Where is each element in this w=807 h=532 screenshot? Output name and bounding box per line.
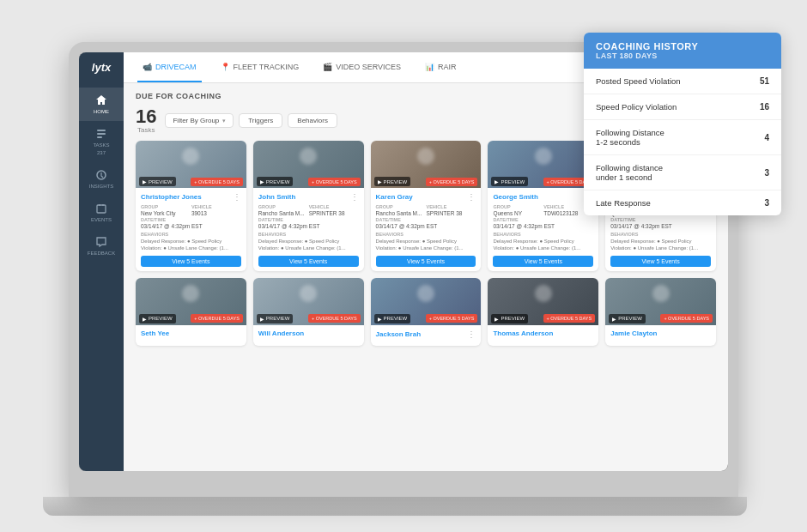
- preview-btn-8[interactable]: ▶ PREVIEW: [491, 314, 528, 323]
- scene: lytx HOME: [0, 0, 807, 532]
- card-body-3: George Smith ⋮ GROUP VEHICLE Queens NY T…: [488, 188, 598, 271]
- card-overlay-5: ▶ PREVIEW + OVERDUE 5 DAYS: [136, 312, 246, 325]
- sidebar-home-label: HOME: [94, 109, 109, 114]
- driver-name-1[interactable]: John Smith: [258, 193, 296, 201]
- card-menu-1[interactable]: ⋮: [350, 192, 359, 202]
- coaching-title: COACHING HISTORY: [596, 41, 769, 51]
- card-name-row-0: Christopher Jones ⋮: [141, 192, 241, 202]
- card-menu-2[interactable]: ⋮: [467, 192, 476, 202]
- behaviors-label: Behaviors: [297, 117, 328, 124]
- preview-btn-5[interactable]: ▶ PREVIEW: [139, 314, 176, 323]
- coaching-item-label-4: Late Response: [596, 198, 755, 208]
- card-name-row-8: Thomas Anderson: [493, 329, 593, 337]
- task-number: 16: [136, 107, 156, 126]
- laptop-base: [43, 497, 747, 516]
- card-name-row-6: Will Anderson: [258, 329, 359, 337]
- card-meta-1: GROUP VEHICLE Rancho Santa M... SPRINTER…: [258, 204, 359, 229]
- sidebar-feedback-label: FEEDBACK: [88, 251, 115, 256]
- tab-drivecam[interactable]: 📹 DRIVECAM: [137, 52, 202, 82]
- card-name-row-5: Seth Yee: [141, 329, 241, 337]
- fleet-icon: 📍: [221, 63, 230, 71]
- coaching-item-value-3: 3: [764, 168, 769, 178]
- card-overlay-0: ▶ PREVIEW + OVERDUE 5 DAYS: [136, 175, 246, 188]
- coaching-item-label-2: Following Distance 1-2 seconds: [596, 128, 755, 147]
- card-body-6: Will Anderson: [253, 325, 364, 344]
- driver-name-0[interactable]: Christopher Jones: [141, 193, 202, 201]
- tab-video-label: VIDEO SERVICES: [336, 63, 401, 71]
- coaching-item-label-1: Speed Policy Violation: [596, 102, 751, 112]
- feedback-icon: [95, 236, 107, 248]
- driver-name-9[interactable]: Jamie Clayton: [610, 329, 657, 337]
- card-body-2: Karen Gray ⋮ GROUP VEHICLE Rancho Santa …: [371, 188, 482, 271]
- face-blur-7: [417, 285, 434, 302]
- driver-name-7[interactable]: Jackson Brah: [376, 330, 421, 338]
- overdue-badge-1: + OVERDUE 5 DAYS: [308, 178, 361, 186]
- insights-icon: [95, 169, 107, 181]
- sidebar-events-label: EVENTS: [91, 217, 112, 222]
- sidebar-item-feedback[interactable]: FEEDBACK: [79, 229, 124, 263]
- driver-name-8[interactable]: Thomas Anderson: [493, 329, 553, 337]
- view-events-btn-0[interactable]: View 5 Events: [141, 256, 241, 267]
- behavior-label-0: BEHAVIORS: [141, 232, 241, 237]
- sidebar-item-tasks[interactable]: TASKS 237: [79, 121, 124, 162]
- svg-rect-0: [97, 130, 106, 131]
- tab-video-services[interactable]: 🎬 VIDEO SERVICES: [318, 52, 406, 82]
- driver-name-6[interactable]: Will Anderson: [258, 329, 304, 337]
- card-behaviors-0: Delayed Response: ● Speed Policy Violati…: [141, 238, 241, 252]
- task-label: Tasks: [137, 126, 155, 134]
- svg-rect-4: [97, 205, 106, 213]
- triggers-filter[interactable]: Triggers: [239, 113, 282, 128]
- preview-btn-0[interactable]: ▶ PREVIEW: [139, 177, 176, 186]
- card-name-row-9: Jamie Clayton: [610, 329, 711, 337]
- card-body-5: Seth Yee: [136, 325, 246, 344]
- coaching-header: COACHING HISTORY LAST 180 DAYS: [584, 33, 781, 69]
- coaching-row-3: Following distance under 1 second 3: [584, 155, 781, 190]
- driver-name-2[interactable]: Karen Gray: [376, 193, 413, 201]
- tab-fleet-tracking[interactable]: 📍 FLEET TRACKING: [215, 52, 305, 82]
- tab-fleet-label: FLEET TRACKING: [234, 63, 300, 71]
- face-blur-2: [417, 148, 434, 165]
- card-image-3: ▶ PREVIEW + OVERDUE 5 DAYS: [488, 141, 598, 188]
- driver-card-8: ▶ PREVIEW + OVERDUE 5 DAYS Thomas Anders…: [488, 278, 598, 346]
- card-overlay-6: ▶ PREVIEW + OVERDUE 5 DAYS: [253, 312, 364, 325]
- card-name-row-7: Jackson Brah ⋮: [376, 329, 476, 339]
- behaviors-filter[interactable]: Behaviors: [288, 113, 337, 128]
- driver-name-3[interactable]: George Smith: [493, 193, 537, 201]
- card-menu-0[interactable]: ⋮: [233, 192, 241, 202]
- coaching-row-1: Speed Policy Violation 16: [584, 94, 781, 120]
- group-value-0: New York City: [141, 210, 191, 216]
- driver-card-6: ▶ PREVIEW + OVERDUE 5 DAYS Will Anderson: [253, 278, 364, 346]
- view-events-btn-3[interactable]: View 5 Events: [493, 256, 593, 267]
- driver-card-0: ▶ PREVIEW + OVERDUE 5 DAYS Christopher J…: [136, 141, 246, 271]
- sidebar-item-events[interactable]: EVENTS: [79, 196, 124, 229]
- sidebar-item-insights[interactable]: INSIGHTS: [79, 162, 124, 196]
- preview-btn-6[interactable]: ▶ PREVIEW: [257, 314, 294, 323]
- card-image-8: ▶ PREVIEW + OVERDUE 5 DAYS: [488, 278, 598, 325]
- driver-card-1: ▶ PREVIEW + OVERDUE 5 DAYS John Smith ⋮: [253, 141, 364, 271]
- coaching-item-label-3: Following distance under 1 second: [596, 163, 755, 182]
- card-menu-7[interactable]: ⋮: [467, 329, 476, 339]
- card-meta-0: GROUP VEHICLE New York City 39013 DATE/T…: [141, 204, 241, 229]
- preview-btn-7[interactable]: ▶ PREVIEW: [374, 314, 411, 323]
- card-body-0: Christopher Jones ⋮ GROUP VEHICLE New Yo…: [136, 188, 246, 271]
- overdue-badge-8: + OVERDUE 5 DAYS: [543, 314, 596, 323]
- preview-btn-9[interactable]: ▶ PREVIEW: [609, 314, 646, 323]
- face-blur-1: [300, 148, 317, 165]
- preview-btn-1[interactable]: ▶ PREVIEW: [257, 177, 294, 186]
- preview-btn-3[interactable]: ▶ PREVIEW: [491, 177, 528, 186]
- view-events-btn-4[interactable]: View 5 Events: [610, 256, 711, 267]
- tab-rair[interactable]: 📊 RAIR: [420, 52, 462, 82]
- filter-group-select[interactable]: Filter By Group ▾: [165, 113, 234, 128]
- card-meta-2: GROUP VEHICLE Rancho Santa M... SPRINTER…: [376, 204, 476, 229]
- card-image-7: ▶ PREVIEW + OVERDUE 5 DAYS: [371, 278, 482, 325]
- svg-rect-2: [97, 136, 102, 138]
- preview-btn-2[interactable]: ▶ PREVIEW: [374, 177, 411, 186]
- coaching-item-value-1: 16: [760, 102, 769, 112]
- driver-card-2: ▶ PREVIEW + OVERDUE 5 DAYS Karen Gray ⋮: [371, 141, 482, 271]
- view-events-btn-1[interactable]: View 5 Events: [258, 256, 359, 267]
- sidebar: lytx HOME: [79, 52, 124, 471]
- view-events-btn-2[interactable]: View 5 Events: [376, 256, 476, 267]
- driver-name-5[interactable]: Seth Yee: [141, 329, 169, 337]
- sidebar-insights-label: INSIGHTS: [89, 184, 113, 189]
- sidebar-item-home[interactable]: HOME: [79, 88, 124, 121]
